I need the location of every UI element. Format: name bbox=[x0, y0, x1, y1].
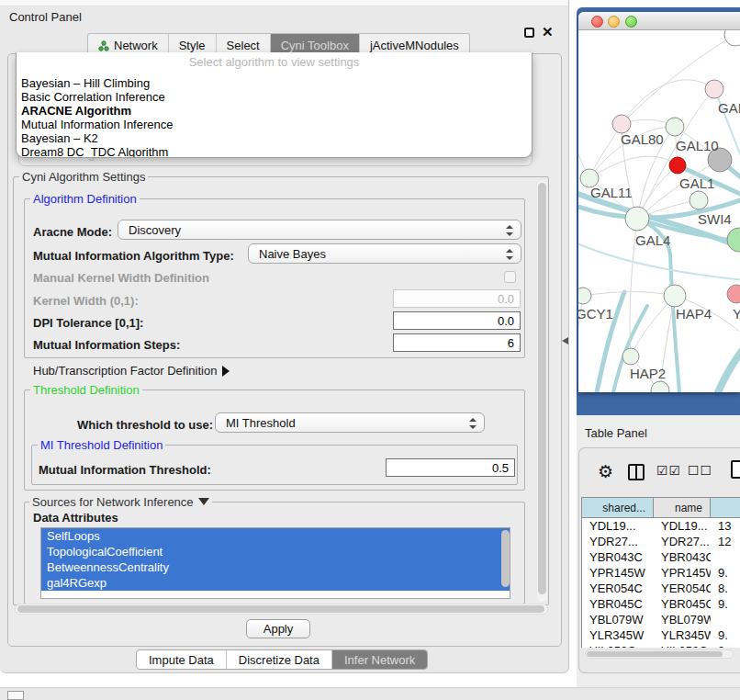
table-cell: YBR043C bbox=[582, 549, 654, 565]
dropdown-item-dream8-dc-tdc-algorithm[interactable]: Dream8 DC_TDC Algorithm bbox=[21, 145, 527, 158]
dropdown-item-bayesian-k2[interactable]: Bayesian – K2 bbox=[21, 131, 527, 145]
kernel-width-label: Kernel Width (0,1): bbox=[33, 294, 139, 308]
stepper-icon bbox=[469, 417, 476, 430]
aracne-mode-label: Aracne Mode: bbox=[33, 225, 112, 239]
network-node-hap2[interactable] bbox=[622, 348, 639, 365]
node-label-hap4: HAP4 bbox=[676, 306, 712, 322]
close-icon[interactable]: ✕ bbox=[542, 24, 554, 40]
table-cell: YDR27... bbox=[654, 534, 711, 549]
apply-button[interactable]: Apply bbox=[246, 619, 310, 638]
network-node[interactable] bbox=[727, 228, 740, 252]
tab-network[interactable]: Network bbox=[88, 34, 169, 54]
network-canvas[interactable]: GALGAL80GAL10GAL1GAL11SWI4GAL4GCY1HAP4YH… bbox=[578, 30, 740, 392]
bottom-tab-discretize-data[interactable]: Discretize Data bbox=[227, 650, 332, 669]
table-row[interactable]: YPR145WYPR145W9. bbox=[582, 565, 740, 581]
network-node-hap4[interactable] bbox=[664, 285, 686, 307]
columns-icon[interactable] bbox=[628, 464, 645, 480]
dropdown-item-mutual-information-inference[interactable]: Mutual Information Inference bbox=[21, 118, 527, 131]
tab-label: jActiveMNodules bbox=[370, 39, 459, 52]
bottom-tab-infer-network[interactable]: Infer Network bbox=[332, 650, 427, 669]
which-threshold-combo[interactable]: MI Threshold bbox=[215, 412, 485, 433]
tab-cyni-toolbox[interactable]: Cyni Toolbox bbox=[271, 34, 360, 54]
network-node-y[interactable] bbox=[727, 285, 740, 303]
attribute-item-gal4rgexp[interactable]: gal4RGexp bbox=[41, 575, 510, 591]
table-cell: YIL052C bbox=[654, 643, 711, 648]
table-row[interactable]: YBR043CYBR043C bbox=[582, 549, 740, 565]
table-row[interactable]: YBL079WYBL079W bbox=[582, 612, 740, 627]
mac-zoom-button[interactable] bbox=[625, 16, 637, 28]
data-attributes-list: SelfLoopsTopologicalCoefficientBetweenne… bbox=[40, 527, 510, 599]
dropdown-placeholder: Select algorithm to view settings bbox=[17, 55, 532, 69]
table-row[interactable]: YDR27...YDR27...12 bbox=[582, 534, 740, 549]
table-cell: YBR045C bbox=[654, 596, 711, 612]
network-node-gcy1[interactable] bbox=[578, 288, 591, 304]
network-node-gal80[interactable] bbox=[612, 115, 631, 133]
attribute-item-selfloops[interactable]: SelfLoops bbox=[41, 528, 510, 544]
attribute-item-betweennesscentrality[interactable]: BetweennessCentrality bbox=[41, 559, 510, 575]
sources-group-title[interactable]: Sources for Network Inference bbox=[29, 495, 212, 509]
attributes-list-scrollbar[interactable] bbox=[501, 530, 510, 587]
network-node[interactable] bbox=[724, 30, 740, 46]
network-node-gal[interactable] bbox=[705, 80, 723, 98]
scrollbar-thumb[interactable] bbox=[587, 651, 723, 657]
column-header-extra[interactable] bbox=[711, 498, 740, 518]
tab-label: Network bbox=[114, 39, 158, 52]
dpi-tolerance-input[interactable]: 0.0 bbox=[393, 311, 521, 330]
stepper-icon bbox=[506, 248, 512, 261]
kernel-width-input[interactable]: 0.0 bbox=[393, 289, 521, 308]
table-row[interactable]: YBR045CYBR045C9. bbox=[582, 596, 740, 612]
algorithm-definition-title: Algorithm Definition bbox=[30, 192, 140, 206]
network-node-gal4[interactable] bbox=[625, 207, 649, 231]
dropdown-item-bayesian-hill-climbing[interactable]: Bayesian – Hill Climbing bbox=[21, 76, 527, 90]
dropdown-item-basic-correlation-inference[interactable]: Basic Correlation Inference bbox=[21, 90, 527, 104]
control-panel-title: Control Panel bbox=[9, 10, 82, 24]
settings-group-title: Cyni Algorithm Settings bbox=[19, 170, 148, 184]
column-header-shared[interactable]: shared... bbox=[582, 498, 654, 518]
network-window-titlebar[interactable] bbox=[578, 12, 740, 30]
threshold-definition-title: Threshold Definition bbox=[30, 383, 142, 397]
mini-window-icon[interactable] bbox=[7, 691, 24, 700]
table-cell: YDR27... bbox=[582, 534, 654, 549]
bottom-tab-bar: Impute DataDiscretize DataInfer Network bbox=[136, 649, 428, 670]
settings-vertical-scrollbar[interactable] bbox=[537, 180, 547, 602]
gear-icon[interactable]: ⚙ bbox=[598, 461, 613, 482]
network-view-window: GALGAL80GAL10GAL1GAL11SWI4GAL4GCY1HAP4YH… bbox=[578, 12, 740, 392]
table-row[interactable]: YDL19...YDL19...13 bbox=[582, 518, 740, 534]
bottom-tab-impute-data[interactable]: Impute Data bbox=[137, 650, 227, 669]
tab-jactivemnodules[interactable]: jActiveMNodules bbox=[360, 34, 469, 54]
mac-close-button[interactable] bbox=[591, 16, 603, 28]
dropdown-item-aracne-algorithm[interactable]: ARACNE Algorithm bbox=[21, 104, 527, 118]
table-cell: YBR045C bbox=[582, 596, 654, 612]
settings-horizontal-scrollbar[interactable] bbox=[15, 604, 548, 615]
mi-algorithm-type-combo[interactable]: Naive Bayes bbox=[248, 243, 521, 264]
table-row[interactable]: YIL052CYIL052C9 bbox=[582, 643, 740, 648]
scrollbar-thumb[interactable] bbox=[538, 183, 546, 594]
table-row[interactable]: YLR345WYLR345W9. bbox=[582, 627, 740, 643]
checked-boxes-icon[interactable]: ☑☑ bbox=[656, 463, 681, 478]
float-window-icon[interactable] bbox=[524, 28, 534, 38]
aracne-mode-combo[interactable]: Discovery bbox=[118, 220, 521, 240]
network-node-swi4[interactable] bbox=[690, 191, 708, 209]
tab-select[interactable]: Select bbox=[217, 34, 271, 54]
document-icon[interactable] bbox=[731, 460, 740, 479]
mac-minimize-button[interactable] bbox=[608, 16, 620, 28]
mi-steps-input[interactable]: 6 bbox=[393, 333, 521, 352]
table-cell: 9. bbox=[711, 565, 740, 581]
dropdown-item-list: Bayesian – Hill ClimbingBasic Correlatio… bbox=[21, 76, 527, 158]
column-header-name[interactable]: name bbox=[654, 498, 711, 518]
manual-kernel-width-checkbox[interactable] bbox=[504, 271, 516, 283]
network-icon bbox=[98, 40, 109, 51]
table-horizontal-scrollbar[interactable] bbox=[585, 649, 734, 659]
hub-definition-expander[interactable]: Hub/Transcription Factor Definition bbox=[33, 364, 230, 378]
scrollbar-thumb[interactable] bbox=[17, 605, 544, 613]
screen: Control Panel ✕ NetworkStyleSelectCyni T… bbox=[0, 0, 740, 700]
unchecked-boxes-icon[interactable]: ☐☐ bbox=[688, 463, 712, 478]
network-node-gal1[interactable] bbox=[669, 157, 686, 174]
mi-threshold-title: MI Threshold Definition bbox=[38, 438, 165, 452]
table-row[interactable]: YER054CYER054C8. bbox=[582, 581, 740, 596]
tab-style[interactable]: Style bbox=[169, 34, 217, 54]
attribute-item-topologicalcoefficient[interactable]: TopologicalCoefficient bbox=[41, 544, 510, 559]
network-node-gal10[interactable] bbox=[666, 118, 684, 136]
desktop-background: GALGAL80GAL10GAL1GAL11SWI4GAL4GCY1HAP4YH… bbox=[577, 7, 740, 415]
mi-threshold-input[interactable]: 0.5 bbox=[386, 458, 515, 477]
